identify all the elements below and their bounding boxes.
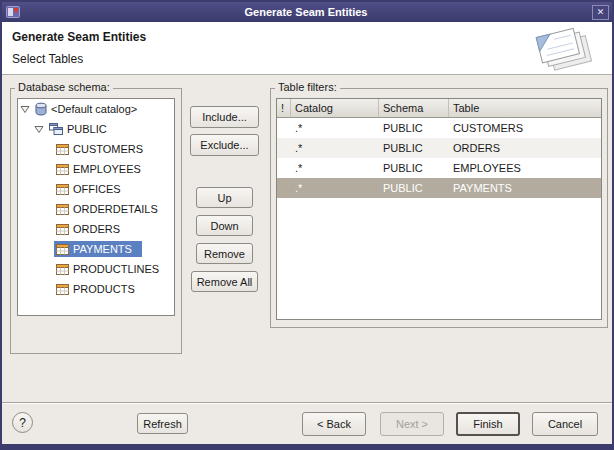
tree-item-orderdetails[interactable]: ORDERDETAILS bbox=[18, 199, 174, 219]
cell-table: EMPLOYEES bbox=[449, 158, 601, 178]
tree-item-label: EMPLOYEES bbox=[73, 163, 141, 175]
column-header-schema[interactable]: Schema bbox=[379, 99, 449, 117]
database-schema-group: Database schema: <Default catalog> PUBLI… bbox=[10, 88, 182, 354]
cell-catalog: .* bbox=[291, 138, 379, 158]
cell-table: CUSTOMERS bbox=[449, 118, 601, 138]
tree-item-label: ORDERDETAILS bbox=[73, 203, 158, 215]
filters-table-header: ! Catalog Schema Table bbox=[277, 99, 601, 118]
tree-item-label: <Default catalog> bbox=[51, 103, 137, 115]
tree-item-label: OFFICES bbox=[73, 183, 121, 195]
tree-item-label: PAYMENTS bbox=[73, 243, 132, 255]
table-icon bbox=[56, 244, 69, 255]
filter-row[interactable]: .* PUBLIC CUSTOMERS bbox=[277, 118, 601, 138]
cell-catalog: .* bbox=[291, 158, 379, 178]
tree-item-employees[interactable]: EMPLOYEES bbox=[18, 159, 174, 179]
finish-button[interactable]: Finish bbox=[456, 412, 520, 436]
database-schema-label: Database schema: bbox=[15, 81, 113, 93]
cell-flag bbox=[277, 178, 291, 198]
footer-separator bbox=[2, 402, 612, 404]
remove-button[interactable]: Remove bbox=[196, 243, 253, 264]
filter-row-selected[interactable]: .* PUBLIC PAYMENTS bbox=[277, 178, 601, 198]
tree-item-offices[interactable]: OFFICES bbox=[18, 179, 174, 199]
tree-item-productlines[interactable]: PRODUCTLINES bbox=[18, 259, 174, 279]
tree-item-label: ORDERS bbox=[73, 223, 120, 235]
filter-row[interactable]: .* PUBLIC ORDERS bbox=[277, 138, 601, 158]
tree-item-products[interactable]: PRODUCTS bbox=[18, 279, 174, 299]
titlebar[interactable]: Generate Seam Entities ✕ bbox=[2, 2, 612, 22]
table-icon bbox=[56, 224, 69, 235]
table-icon bbox=[56, 164, 69, 175]
cell-catalog: .* bbox=[291, 118, 379, 138]
cell-schema: PUBLIC bbox=[379, 118, 449, 138]
cell-table: PAYMENTS bbox=[449, 178, 601, 198]
tree-item-label: PRODUCTLINES bbox=[73, 263, 159, 275]
exclude-button[interactable]: Exclude... bbox=[190, 134, 259, 156]
table-filters-group: Table filters: ! Catalog Schema Table .*… bbox=[270, 88, 608, 328]
cell-table: ORDERS bbox=[449, 138, 601, 158]
schema-icon bbox=[49, 123, 63, 135]
cell-catalog: .* bbox=[291, 178, 379, 198]
wizard-subtitle: Select Tables bbox=[12, 52, 83, 66]
column-header-flag[interactable]: ! bbox=[277, 99, 291, 117]
tree-item-label: CUSTOMERS bbox=[73, 143, 143, 155]
column-header-table[interactable]: Table bbox=[449, 99, 601, 117]
wizard-title: Generate Seam Entities bbox=[12, 30, 146, 44]
filter-row[interactable]: .* PUBLIC EMPLOYEES bbox=[277, 158, 601, 178]
tree-item-customers[interactable]: CUSTOMERS bbox=[18, 139, 174, 159]
window-title: Generate Seam Entities bbox=[20, 6, 592, 18]
tree-item-payments[interactable]: PAYMENTS bbox=[18, 239, 174, 259]
window-icon[interactable] bbox=[6, 5, 20, 19]
include-button[interactable]: Include... bbox=[190, 106, 259, 128]
table-icon bbox=[56, 264, 69, 275]
column-header-catalog[interactable]: Catalog bbox=[291, 99, 379, 117]
tree-item-public[interactable]: PUBLIC bbox=[18, 119, 174, 139]
cell-schema: PUBLIC bbox=[379, 178, 449, 198]
filters-table[interactable]: ! Catalog Schema Table .* PUBLIC CUSTOME… bbox=[276, 98, 602, 320]
expander-open-icon[interactable] bbox=[20, 104, 31, 115]
next-button: Next > bbox=[380, 412, 444, 436]
up-button[interactable]: Up bbox=[196, 187, 253, 208]
wizard-header: Generate Seam Entities Select Tables bbox=[2, 22, 612, 75]
cell-flag bbox=[277, 158, 291, 178]
close-button[interactable]: ✕ bbox=[592, 5, 609, 20]
cell-flag bbox=[277, 138, 291, 158]
table-icon bbox=[56, 284, 69, 295]
back-button[interactable]: < Back bbox=[302, 412, 366, 436]
expander-open-icon[interactable] bbox=[34, 124, 45, 135]
close-icon: ✕ bbox=[597, 7, 605, 17]
generate-seam-entities-dialog: Generate Seam Entities ✕ Generate Seam E… bbox=[0, 0, 614, 450]
tree-item-label: PRODUCTS bbox=[73, 283, 135, 295]
table-filters-label: Table filters: bbox=[275, 81, 340, 93]
table-icon bbox=[56, 144, 69, 155]
refresh-button[interactable]: Refresh bbox=[137, 413, 188, 434]
cancel-button[interactable]: Cancel bbox=[532, 412, 598, 436]
tree-item-orders[interactable]: ORDERS bbox=[18, 219, 174, 239]
wizard-banner-pages-icon bbox=[524, 24, 604, 74]
tree-item-default-catalog[interactable]: <Default catalog> bbox=[18, 99, 174, 119]
table-icon bbox=[56, 204, 69, 215]
down-button[interactable]: Down bbox=[196, 215, 253, 236]
cell-schema: PUBLIC bbox=[379, 138, 449, 158]
table-icon bbox=[56, 184, 69, 195]
help-button[interactable]: ? bbox=[12, 412, 33, 433]
tree-item-label: PUBLIC bbox=[67, 123, 107, 135]
cell-schema: PUBLIC bbox=[379, 158, 449, 178]
schema-tree[interactable]: <Default catalog> PUBLIC CUSTOMERS EMPLO… bbox=[17, 98, 175, 316]
remove-all-button[interactable]: Remove All bbox=[191, 271, 258, 292]
cell-flag bbox=[277, 118, 291, 138]
database-icon bbox=[35, 102, 47, 116]
